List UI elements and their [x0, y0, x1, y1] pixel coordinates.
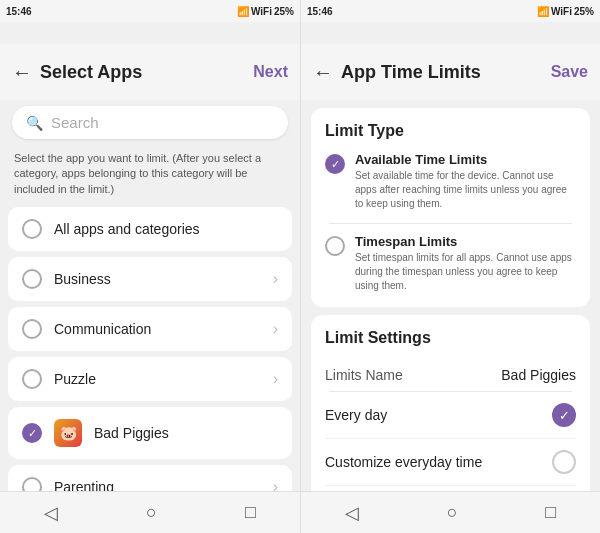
available-time-label: Available Time Limits [355, 152, 576, 167]
limits-name-row: Limits Name Bad Piggies [325, 359, 576, 391]
radio-bad-piggies[interactable] [22, 423, 42, 443]
battery-label: 25% [574, 6, 594, 17]
customize-everyday-row[interactable]: Customize everyday time [325, 439, 576, 486]
right-header: ← App Time Limits Save [301, 44, 600, 100]
limit-type-title: Limit Type [325, 122, 576, 140]
timespan-label: Timespan Limits [355, 234, 576, 249]
search-container: 🔍 Search [0, 100, 300, 145]
nav-back-button[interactable]: ◁ [345, 502, 359, 524]
list-item[interactable]: Communication › [8, 307, 292, 351]
nav-home-button[interactable]: ○ [447, 502, 458, 523]
limits-name-label: Limits Name [325, 367, 403, 383]
left-header: ← Select Apps Next [0, 44, 300, 100]
every-day-toggle[interactable]: ✓ [552, 403, 576, 427]
chevron-icon: › [273, 320, 278, 338]
timespan-desc: Set timespan limits for all apps. Cannot… [355, 251, 576, 293]
chevron-icon: › [273, 370, 278, 388]
right-page-title: App Time Limits [341, 62, 551, 83]
next-button[interactable]: Next [253, 63, 288, 81]
nav-back-button[interactable]: ◁ [44, 502, 58, 524]
customize-everyday-toggle[interactable] [552, 450, 576, 474]
left-time: 15:46 [6, 6, 32, 17]
chevron-icon: › [273, 478, 278, 491]
radio-all-apps[interactable] [22, 219, 42, 239]
radio-communication[interactable] [22, 319, 42, 339]
right-content: Limit Type Available Time Limits Set ava… [301, 100, 600, 491]
search-icon: 🔍 [26, 115, 43, 131]
left-nav-bar: ◁ ○ □ [0, 491, 300, 533]
list-item[interactable]: Parenting › [8, 465, 292, 491]
limit-type-card: Limit Type Available Time Limits Set ava… [311, 108, 590, 307]
bad-piggies-icon: 🐷 [54, 419, 82, 447]
bad-piggies-item[interactable]: 🐷 Bad Piggies [8, 407, 292, 459]
left-panel: 15:46 📶 WiFi 25% ← Select Apps Next 🔍 Se… [0, 0, 300, 533]
puzzle-label: Puzzle [54, 371, 261, 387]
search-bar[interactable]: 🔍 Search [12, 106, 288, 139]
available-time-desc: Set available time for the device. Canno… [355, 169, 576, 211]
all-apps-label: All apps and categories [54, 221, 278, 237]
customize-everyday-label: Customize everyday time [325, 454, 482, 470]
wifi-icon: WiFi [551, 6, 572, 17]
app-list: All apps and categories Business › Commu… [0, 207, 300, 491]
left-page-title: Select Apps [40, 62, 253, 83]
right-nav-bar: ◁ ○ □ [301, 491, 600, 533]
left-status-bar: 15:46 📶 WiFi 25% [0, 0, 300, 22]
app-select-description: Select the app you want to limit. (After… [0, 145, 300, 207]
chevron-icon: › [273, 270, 278, 288]
nav-recents-button[interactable]: □ [545, 502, 556, 523]
nav-recents-button[interactable]: □ [245, 502, 256, 523]
left-status-icons: 📶 WiFi 25% [237, 6, 294, 17]
right-status-icons: 📶 WiFi 25% [537, 6, 594, 17]
list-item[interactable]: Puzzle › [8, 357, 292, 401]
save-button[interactable]: Save [551, 63, 588, 81]
right-panel: 15:46 📶 WiFi 25% ← App Time Limits Save … [300, 0, 600, 533]
bad-piggies-label: Bad Piggies [94, 425, 278, 441]
limit-settings-title: Limit Settings [325, 329, 576, 347]
timespan-option[interactable]: Timespan Limits Set timespan limits for … [325, 234, 576, 293]
every-day-row[interactable]: Every day ✓ [325, 392, 576, 439]
signal-icon: 📶 [237, 6, 249, 17]
limits-name-value: Bad Piggies [501, 367, 576, 383]
divider [329, 223, 572, 224]
list-item[interactable]: Business › [8, 257, 292, 301]
battery-label: 25% [274, 6, 294, 17]
list-item[interactable]: All apps and categories [8, 207, 292, 251]
radio-puzzle[interactable] [22, 369, 42, 389]
radio-parenting[interactable] [22, 477, 42, 491]
right-time: 15:46 [307, 6, 333, 17]
available-time-option[interactable]: Available Time Limits Set available time… [325, 152, 576, 211]
nav-home-button[interactable]: ○ [146, 502, 157, 523]
business-label: Business [54, 271, 261, 287]
wifi-icon: WiFi [251, 6, 272, 17]
search-input[interactable]: Search [51, 114, 99, 131]
limit-settings-card: Limit Settings Limits Name Bad Piggies E… [311, 315, 590, 491]
parenting-label: Parenting [54, 479, 261, 491]
right-back-button[interactable]: ← [313, 61, 333, 84]
communication-label: Communication [54, 321, 261, 337]
every-day-label: Every day [325, 407, 387, 423]
right-status-bar: 15:46 📶 WiFi 25% [301, 0, 600, 22]
available-time-radio[interactable] [325, 154, 345, 174]
left-back-button[interactable]: ← [12, 61, 32, 84]
signal-icon: 📶 [537, 6, 549, 17]
radio-business[interactable] [22, 269, 42, 289]
timespan-radio[interactable] [325, 236, 345, 256]
